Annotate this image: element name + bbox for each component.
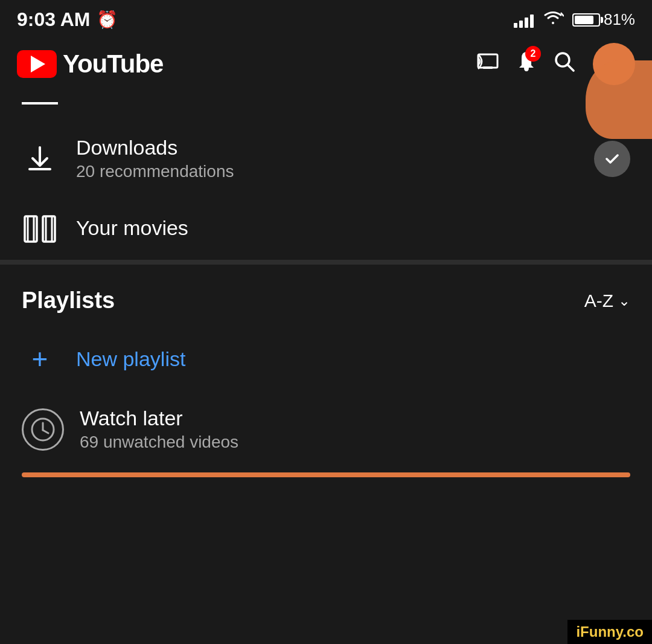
svg-rect-7 — [25, 216, 37, 242]
youtube-wordmark: YouTube — [63, 50, 163, 79]
new-playlist-item[interactable]: + New playlist — [0, 328, 652, 390]
ifunny-watermark: iFunny.co — [567, 620, 652, 644]
watch-later-title: Watch later — [80, 407, 630, 430]
library-section: Downloads 20 recommendations Your mov — [0, 119, 652, 260]
downloads-item[interactable]: Downloads 20 recommendations — [0, 119, 652, 198]
signal-bars-icon — [514, 12, 534, 28]
partial-menu-indicator — [0, 95, 652, 119]
svg-line-15 — [43, 430, 48, 433]
battery-fill — [575, 16, 593, 24]
check-circle-icon — [594, 141, 630, 177]
battery-container: 81% — [572, 10, 635, 29]
download-icon — [22, 145, 58, 173]
search-button[interactable] — [554, 51, 575, 77]
watch-later-item[interactable]: Watch later 69 unwatched videos — [0, 390, 652, 469]
header: YouTube 2 — [0, 37, 652, 95]
status-bar: 9:03 AM ⏰ 81% — [0, 0, 652, 37]
notification-badge: 2 — [525, 46, 541, 62]
playlists-title: Playlists — [22, 288, 115, 314]
playlists-section: Playlists A-Z ⌄ + New playlist Watch lat… — [0, 265, 652, 477]
orange-underline-annotation — [22, 472, 630, 477]
downloads-check[interactable] — [594, 141, 630, 177]
plus-icon: + — [22, 345, 58, 373]
youtube-logo: YouTube — [17, 50, 163, 79]
youtube-play-triangle — [31, 56, 45, 72]
battery-percent: 81% — [604, 10, 635, 29]
status-time-container: 9:03 AM ⏰ — [17, 8, 118, 31]
orange-blob-annotation — [586, 60, 652, 139]
status-icons: 81% — [514, 10, 635, 30]
svg-rect-2 — [483, 66, 493, 69]
youtube-icon — [17, 50, 57, 78]
movies-icon — [22, 215, 58, 243]
section-divider — [0, 260, 652, 265]
battery-icon — [572, 13, 600, 27]
watch-later-clock-icon — [22, 408, 64, 451]
downloads-title: Downloads — [76, 136, 594, 159]
cast-button[interactable] — [477, 53, 499, 76]
new-playlist-label: New playlist — [76, 347, 185, 371]
downloads-text: Downloads 20 recommendations — [76, 136, 594, 181]
clock-time: 9:03 AM — [17, 8, 91, 31]
watch-later-subtitle: 69 unwatched videos — [80, 433, 630, 452]
movies-title: Your movies — [76, 216, 630, 240]
svg-rect-10 — [43, 216, 55, 242]
movies-text: Your movies — [76, 216, 630, 242]
chevron-down-icon: ⌄ — [618, 292, 630, 309]
your-movies-item[interactable]: Your movies — [0, 198, 652, 260]
downloads-subtitle: 20 recommendations — [76, 162, 594, 181]
alarm-icon: ⏰ — [97, 10, 118, 30]
sort-button[interactable]: A-Z ⌄ — [584, 291, 630, 311]
watch-later-text: Watch later 69 unwatched videos — [80, 407, 630, 452]
notifications-button[interactable]: 2 — [517, 51, 536, 77]
wifi-icon — [542, 10, 564, 30]
sort-label: A-Z — [584, 291, 613, 311]
playlists-header: Playlists A-Z ⌄ — [0, 271, 652, 328]
svg-line-4 — [567, 65, 574, 71]
